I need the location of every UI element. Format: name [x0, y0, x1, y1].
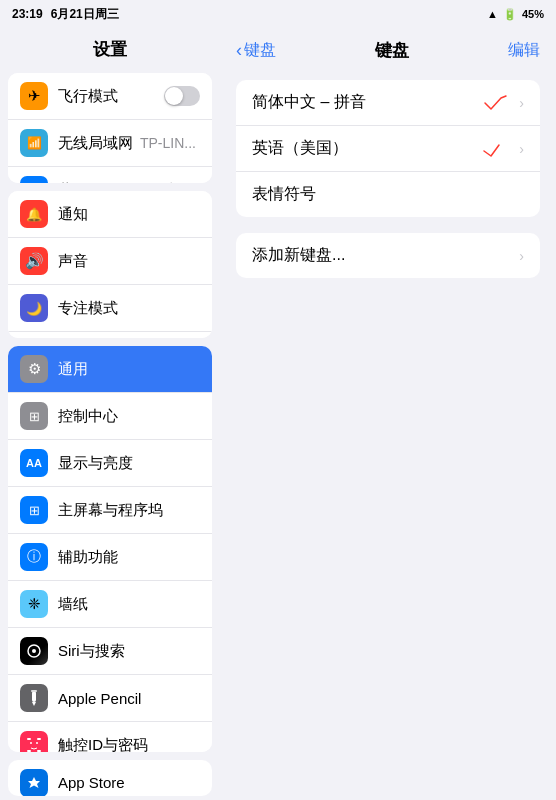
sidebar-item-controlcenter[interactable]: ⊞ 控制中心 — [8, 393, 212, 440]
svg-point-1 — [32, 649, 36, 653]
pencil-label: Apple Pencil — [58, 690, 200, 707]
sidebar-item-display[interactable]: AA 显示与亮度 — [8, 440, 212, 487]
svg-marker-3 — [32, 702, 36, 706]
pencil-icon — [20, 684, 48, 712]
sound-label: 声音 — [58, 252, 200, 271]
wifi-icon: 📶 — [20, 129, 48, 157]
airplane-icon: ✈ — [20, 82, 48, 110]
battery-icon: 🔋 — [503, 8, 517, 21]
wifi-value: TP-LIN... — [140, 135, 196, 151]
add-keyboard-chevron-icon: › — [519, 248, 524, 264]
homescreen-label: 主屏幕与程序坞 — [58, 501, 200, 520]
keyboard-list-group: 简体中文 – 拼音 › 英语（美国） › 表情符号 — [236, 80, 540, 217]
wallpaper-icon: ❈ — [20, 590, 48, 618]
svg-rect-4 — [31, 690, 37, 692]
accessibility-label: 辅助功能 — [58, 548, 200, 567]
add-keyboard-label: 添加新键盘... — [252, 245, 511, 266]
sidebar: 设置 ✈ 飞行模式 📶 无线局域网 TP-LIN... B 蓝牙 打开 🔔 — [0, 28, 220, 800]
wallpaper-label: 墙纸 — [58, 595, 200, 614]
airplane-label: 飞行模式 — [58, 87, 164, 106]
general-label: 通用 — [58, 360, 200, 379]
keyboard-item-chinese[interactable]: 简体中文 – 拼音 › — [236, 80, 540, 126]
focus-icon: 🌙 — [20, 294, 48, 322]
sidebar-group-2: 🔔 通知 🔊 声音 🌙 专注模式 📱 屏幕使用时间 — [8, 191, 212, 338]
appstore-label: App Store — [58, 774, 200, 791]
sidebar-item-faceid[interactable]: 触控ID与密码 — [8, 722, 212, 752]
sidebar-item-accessibility[interactable]: ⓘ 辅助功能 — [8, 534, 212, 581]
focus-label: 专注模式 — [58, 299, 200, 318]
keyboard-chinese-label: 简体中文 – 拼音 — [252, 92, 473, 113]
display-icon: AA — [20, 449, 48, 477]
chinese-chevron-icon: › — [519, 95, 524, 111]
back-label: 键盘 — [244, 40, 276, 61]
siri-icon — [20, 637, 48, 665]
back-chevron-icon: ‹ — [236, 40, 242, 61]
svg-rect-6 — [37, 738, 41, 740]
sidebar-item-wifi[interactable]: 📶 无线局域网 TP-LIN... — [8, 120, 212, 167]
sidebar-item-focus[interactable]: 🌙 专注模式 — [8, 285, 212, 332]
svg-rect-8 — [37, 750, 41, 752]
wifi-label: 无线局域网 — [58, 134, 140, 153]
sidebar-item-screentime[interactable]: 📱 屏幕使用时间 — [8, 332, 212, 338]
siri-label: Siri与搜索 — [58, 642, 200, 661]
sidebar-item-sound[interactable]: 🔊 声音 — [8, 238, 212, 285]
notification-label: 通知 — [58, 205, 200, 224]
keyboard-item-english[interactable]: 英语（美国） › — [236, 126, 540, 172]
airplane-toggle[interactable] — [164, 86, 200, 106]
svg-point-10 — [36, 742, 38, 744]
controlcenter-label: 控制中心 — [58, 407, 200, 426]
bluetooth-icon: B — [20, 176, 48, 183]
controlcenter-icon: ⊞ — [20, 402, 48, 430]
sidebar-item-pencil[interactable]: Apple Pencil — [8, 675, 212, 722]
battery-level: 45% — [522, 8, 544, 20]
sidebar-item-appstore[interactable]: App Store — [8, 760, 212, 796]
status-bar: 23:19 6月21日周三 ▲ 🔋 45% — [0, 0, 556, 28]
sidebar-item-bluetooth[interactable]: B 蓝牙 打开 — [8, 167, 212, 183]
sound-icon: 🔊 — [20, 247, 48, 275]
wifi-icon: ▲ — [487, 8, 498, 20]
bluetooth-value: 打开 — [168, 181, 196, 183]
display-label: 显示与亮度 — [58, 454, 200, 473]
sidebar-group-3: ⚙ 通用 ⊞ 控制中心 AA 显示与亮度 ⊞ 主屏幕与程序坞 ⓘ 辅助功能 ❈ … — [8, 346, 212, 752]
edit-button[interactable]: 编辑 — [508, 40, 540, 61]
svg-point-9 — [30, 742, 32, 744]
status-date: 6月21日周三 — [51, 6, 119, 23]
sidebar-item-general[interactable]: ⚙ 通用 — [8, 346, 212, 393]
back-button[interactable]: ‹ 键盘 — [236, 40, 276, 61]
right-panel: ‹ 键盘 键盘 编辑 简体中文 – 拼音 › 英语（美国） — [220, 28, 556, 800]
right-content: 简体中文 – 拼音 › 英语（美国） › 表情符号 — [220, 72, 556, 800]
sidebar-group-1: ✈ 飞行模式 📶 无线局域网 TP-LIN... B 蓝牙 打开 — [8, 73, 212, 183]
chinese-handcheck-icon — [481, 93, 511, 113]
svg-rect-5 — [27, 738, 31, 740]
sidebar-title: 设置 — [0, 28, 220, 69]
sidebar-item-siri[interactable]: Siri与搜索 — [8, 628, 212, 675]
english-chevron-icon: › — [519, 141, 524, 157]
sidebar-group-4: App Store — [8, 760, 212, 796]
keyboard-english-label: 英语（美国） — [252, 138, 473, 159]
sidebar-item-wallpaper[interactable]: ❈ 墙纸 — [8, 581, 212, 628]
right-title: 键盘 — [375, 39, 409, 62]
faceid-label: 触控ID与密码 — [58, 736, 200, 752]
sidebar-item-homescreen[interactable]: ⊞ 主屏幕与程序坞 — [8, 487, 212, 534]
appstore-icon — [20, 769, 48, 796]
add-keyboard-group: 添加新键盘... › — [236, 233, 540, 278]
add-keyboard-item[interactable]: 添加新键盘... › — [236, 233, 540, 278]
keyboard-item-emoji[interactable]: 表情符号 — [236, 172, 540, 217]
faceid-icon — [20, 731, 48, 752]
general-icon: ⚙ — [20, 355, 48, 383]
keyboard-emoji-label: 表情符号 — [252, 184, 524, 205]
sidebar-item-notification[interactable]: 🔔 通知 — [8, 191, 212, 238]
right-header: ‹ 键盘 键盘 编辑 — [220, 28, 556, 72]
status-time: 23:19 — [12, 7, 43, 21]
notification-icon: 🔔 — [20, 200, 48, 228]
english-handcheck-icon — [481, 139, 511, 159]
svg-rect-7 — [27, 750, 31, 752]
svg-rect-2 — [32, 691, 36, 702]
homescreen-icon: ⊞ — [20, 496, 48, 524]
sidebar-item-airplane[interactable]: ✈ 飞行模式 — [8, 73, 212, 120]
accessibility-icon: ⓘ — [20, 543, 48, 571]
bluetooth-label: 蓝牙 — [58, 181, 168, 184]
